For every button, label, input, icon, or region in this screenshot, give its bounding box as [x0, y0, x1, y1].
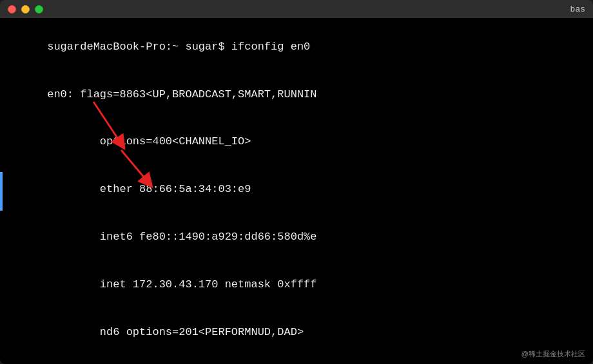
terminal-line-1: sugardeMacBook-Pro:~ sugar$ ifconfig en0 [47, 41, 310, 53]
maximize-button[interactable] [35, 5, 43, 14]
terminal-line-7: nd6 options=201<PERFORMNUD,DAD> [47, 326, 304, 338]
terminal-output: sugardeMacBook-Pro:~ sugar$ ifconfig en0… [8, 23, 585, 364]
terminal-line-3: options=400<CHANNEL_IO> [47, 135, 251, 148]
terminal-body[interactable]: sugardeMacBook-Pro:~ sugar$ ifconfig en0… [0, 18, 593, 364]
terminal-line-5: inet6 fe80::1490:a929:dd66:580d%e [47, 231, 316, 243]
terminal-line-4: ether 88:66:5a:34:03:e9 [47, 183, 251, 195]
watermark: @稀土掘金技术社区 [521, 349, 585, 359]
title-bar: bas [0, 0, 593, 18]
terminal-line-6: inet 172.30.43.170 netmask 0xffff [47, 278, 316, 291]
window-title: bas [570, 5, 585, 14]
traffic-lights [8, 5, 43, 14]
close-button[interactable] [8, 5, 16, 14]
terminal-window: bas sugardeMacBook-Pro:~ sugar$ ifconfig… [0, 0, 593, 364]
left-accent-bar [0, 172, 3, 211]
minimize-button[interactable] [21, 5, 30, 14]
terminal-line-2: en0: flags=8863<UP,BROADCAST,SMART,RUNNI… [47, 88, 316, 101]
